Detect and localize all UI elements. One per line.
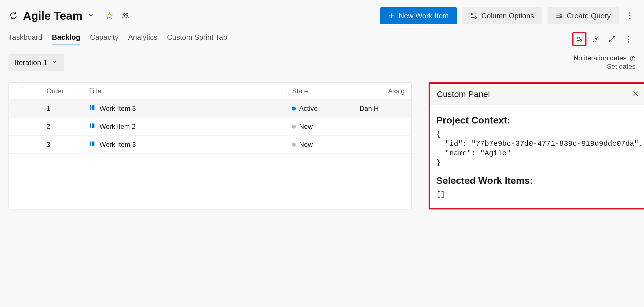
col-header-state[interactable]: State — [286, 87, 360, 95]
cell-order: 3 — [47, 141, 89, 149]
create-query-label: Create Query — [567, 12, 611, 20]
cell-order: 1 — [47, 105, 89, 112]
table-row[interactable]: 2 Work item 2 New — [9, 118, 411, 136]
state-dot-icon — [292, 125, 296, 129]
cell-order: 2 — [47, 123, 89, 131]
table-row[interactable]: 3 Work Item 3 New — [9, 136, 411, 154]
favorite-star-icon[interactable] — [105, 12, 113, 20]
svg-point-5 — [471, 13, 473, 15]
svg-point-23 — [628, 39, 629, 40]
tab-analytics[interactable]: Analytics — [128, 33, 157, 45]
cell-state: New — [299, 141, 313, 149]
header-more-button[interactable] — [624, 7, 636, 24]
team-picker[interactable]: Agile Team — [23, 10, 94, 21]
tab-custom-sprint[interactable]: Custom Sprint Tab — [167, 33, 227, 45]
table-row[interactable]: 1 Work Item 3 Active Dan H — [9, 100, 411, 118]
custom-panel: Custom Panel Project Context: { "id": "7… — [429, 82, 644, 209]
gear-icon[interactable] — [589, 32, 603, 46]
column-options-label: Column Options — [482, 12, 534, 20]
work-item-icon — [89, 140, 96, 149]
col-header-assigned[interactable]: Assig — [360, 87, 407, 95]
tab-capacity[interactable]: Capacity — [90, 33, 118, 45]
cell-title: Work item 2 — [100, 123, 136, 131]
panel-selected-json: [] — [436, 190, 641, 200]
svg-line-11 — [562, 16, 563, 17]
info-icon[interactable] — [630, 55, 636, 61]
toolbar-more-button[interactable] — [621, 32, 636, 46]
column-options-button[interactable]: Column Options — [462, 7, 542, 24]
no-iteration-dates-text: No iteration dates — [574, 54, 627, 62]
svg-point-13 — [629, 15, 630, 16]
grid-header: + − Order Title State Assig — [9, 83, 411, 100]
backlog-grid: + − Order Title State Assig 1 Work Item … — [8, 82, 412, 209]
new-work-item-button[interactable]: New Work Item — [380, 7, 456, 24]
svg-point-27 — [632, 57, 633, 58]
fullscreen-icon[interactable] — [605, 32, 619, 46]
svg-point-16 — [578, 37, 580, 39]
chevron-down-icon — [51, 58, 58, 67]
col-header-order[interactable]: Order — [47, 87, 89, 95]
work-item-icon — [89, 122, 96, 131]
create-query-button[interactable]: Create Query — [548, 7, 619, 24]
svg-line-21 — [609, 39, 612, 42]
cell-title: Work Item 3 — [100, 141, 136, 149]
filter-settings-icon[interactable] — [572, 32, 586, 46]
team-recycle-icon — [8, 11, 18, 21]
set-dates-link[interactable]: Set dates — [607, 63, 636, 70]
svg-point-24 — [628, 41, 629, 43]
tab-taskboard[interactable]: Taskboard — [8, 33, 42, 45]
panel-context-json: { "id": "77b7e9bc-37d0-4771-839c-919d9dd… — [436, 130, 641, 168]
state-dot-icon — [292, 107, 296, 111]
svg-point-6 — [475, 17, 477, 19]
people-icon[interactable] — [122, 12, 130, 20]
svg-marker-0 — [107, 13, 113, 19]
work-item-icon — [89, 104, 96, 113]
expand-all-button[interactable]: + — [13, 87, 21, 95]
collapse-all-button[interactable]: − — [23, 87, 31, 95]
cell-state: Active — [299, 105, 317, 112]
panel-heading-selected: Selected Work Items: — [436, 175, 641, 186]
state-dot-icon — [292, 143, 296, 147]
team-name: Agile Team — [23, 10, 82, 21]
cell-title: Work Item 3 — [100, 105, 136, 112]
tab-backlog[interactable]: Backlog — [52, 33, 80, 45]
svg-point-12 — [629, 12, 630, 14]
cell-assigned: Dan H — [360, 105, 407, 112]
panel-heading-context: Project Context: — [436, 115, 641, 126]
svg-line-20 — [612, 36, 615, 39]
svg-point-1 — [123, 14, 125, 16]
col-header-title[interactable]: Title — [89, 87, 286, 95]
iteration-label: Iteration 1 — [15, 58, 47, 67]
iteration-picker[interactable]: Iteration 1 — [8, 54, 64, 71]
svg-point-19 — [595, 38, 597, 40]
close-icon[interactable] — [632, 90, 640, 98]
panel-title: Custom Panel — [437, 89, 490, 99]
svg-point-14 — [629, 18, 630, 19]
svg-point-22 — [628, 36, 629, 37]
new-work-item-label: New Work Item — [399, 12, 449, 20]
svg-point-18 — [580, 39, 582, 41]
svg-point-2 — [126, 14, 128, 16]
cell-state: New — [299, 123, 313, 131]
chevron-down-icon — [87, 12, 94, 20]
